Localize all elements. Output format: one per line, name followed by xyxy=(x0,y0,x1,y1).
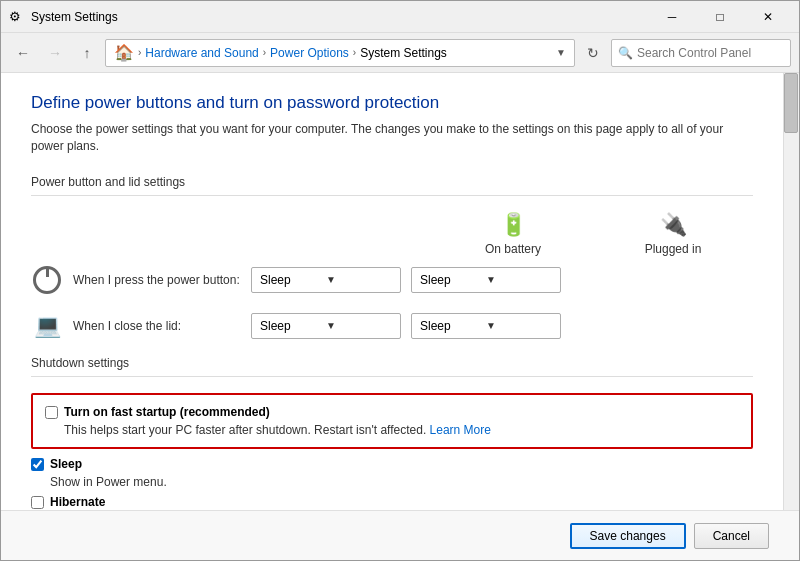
power-button-section-label: Power button and lid settings xyxy=(31,175,753,189)
lid-plugged-value: Sleep xyxy=(420,319,486,333)
search-box: 🔍 xyxy=(611,39,791,67)
breadcrumb: 🏠 › Hardware and Sound › Power Options ›… xyxy=(105,39,575,67)
power-table-header: 🔋 On battery 🔌 Plugged in xyxy=(31,212,753,256)
power-button-plugged-value: Sleep xyxy=(420,273,486,287)
lid-plugged-dropdown[interactable]: Sleep ▼ xyxy=(411,313,561,339)
plugged-in-column-header: 🔌 Plugged in xyxy=(593,212,753,256)
power-button-plugged-dropdown[interactable]: Sleep ▼ xyxy=(411,267,561,293)
on-battery-column-header: 🔋 On battery xyxy=(433,212,593,256)
fast-startup-desc: This helps start your PC faster after sh… xyxy=(64,423,739,437)
title-bar: ⚙ System Settings ─ □ ✕ xyxy=(1,1,799,33)
bottom-bar: Save changes Cancel xyxy=(1,510,799,560)
section-divider-1 xyxy=(31,195,753,196)
up-button[interactable]: ↑ xyxy=(73,39,101,67)
main-window: ⚙ System Settings ─ □ ✕ ← → ↑ 🏠 › Hardwa… xyxy=(0,0,800,561)
battery-icon: 🔋 xyxy=(500,212,527,238)
minimize-button[interactable]: ─ xyxy=(649,2,695,32)
lid-icon: 💻 xyxy=(31,310,63,342)
sleep-desc: Show in Power menu. xyxy=(50,475,753,489)
lid-close-label: When I close the lid: xyxy=(73,319,251,333)
lid-on-battery-arrow: ▼ xyxy=(326,320,392,331)
scrollbar-track[interactable] xyxy=(783,73,799,510)
page-title: Define power buttons and turn on passwor… xyxy=(31,93,753,113)
breadcrumb-logo-icon: 🏠 xyxy=(114,43,134,62)
breadcrumb-sep-3: › xyxy=(353,47,356,58)
fast-startup-row: Turn on fast startup (recommended) xyxy=(45,405,739,419)
save-changes-button[interactable]: Save changes xyxy=(570,523,686,549)
breadcrumb-power[interactable]: Power Options xyxy=(270,46,349,60)
close-button[interactable]: ✕ xyxy=(745,2,791,32)
fast-startup-group: Turn on fast startup (recommended) This … xyxy=(31,393,753,449)
search-input[interactable] xyxy=(637,46,787,60)
sleep-row: Sleep xyxy=(31,457,753,471)
section-divider-2 xyxy=(31,376,753,377)
breadcrumb-sep-1: › xyxy=(138,47,141,58)
breadcrumb-sep-2: › xyxy=(263,47,266,58)
hibernate-group: Hibernate Show in Power menu. xyxy=(31,495,753,510)
power-button-icon xyxy=(31,264,63,296)
power-button-section: Power button and lid settings 🔋 On batte… xyxy=(31,175,753,342)
lid-plugged-arrow: ▼ xyxy=(486,320,552,331)
sleep-checkbox[interactable] xyxy=(31,458,44,471)
power-button-label: When I press the power button: xyxy=(73,273,251,287)
lid-on-battery-value: Sleep xyxy=(260,319,326,333)
breadcrumb-current: System Settings xyxy=(360,46,447,60)
content-area: Define power buttons and turn on passwor… xyxy=(1,73,799,510)
plugged-in-label: Plugged in xyxy=(645,242,702,256)
main-content: Define power buttons and turn on passwor… xyxy=(1,73,783,510)
lid-close-row: 💻 When I close the lid: Sleep ▼ Sleep ▼ xyxy=(31,310,753,342)
title-bar-controls: ─ □ ✕ xyxy=(649,2,791,32)
hibernate-label: Hibernate xyxy=(50,495,105,509)
sleep-label: Sleep xyxy=(50,457,82,471)
scrollbar-thumb[interactable] xyxy=(784,73,798,133)
power-button-on-battery-arrow: ▼ xyxy=(326,274,392,285)
forward-button[interactable]: → xyxy=(41,39,69,67)
power-circle-icon xyxy=(33,266,61,294)
window-icon: ⚙ xyxy=(9,9,25,25)
breadcrumb-hardware[interactable]: Hardware and Sound xyxy=(145,46,258,60)
sleep-group: Sleep Show in Power menu. xyxy=(31,457,753,489)
breadcrumb-dropdown-icon[interactable]: ▼ xyxy=(556,47,566,58)
window-title: System Settings xyxy=(31,10,649,24)
address-bar: ← → ↑ 🏠 › Hardware and Sound › Power Opt… xyxy=(1,33,799,73)
shutdown-section: Shutdown settings Turn on fast startup (… xyxy=(31,356,753,510)
learn-more-link[interactable]: Learn More xyxy=(430,423,491,437)
search-icon: 🔍 xyxy=(618,46,633,60)
plug-icon: 🔌 xyxy=(660,212,687,238)
fast-startup-label: Turn on fast startup (recommended) xyxy=(64,405,270,419)
power-button-on-battery-dropdown[interactable]: Sleep ▼ xyxy=(251,267,401,293)
back-button[interactable]: ← xyxy=(9,39,37,67)
cancel-button[interactable]: Cancel xyxy=(694,523,769,549)
hibernate-checkbox[interactable] xyxy=(31,496,44,509)
power-button-on-battery-value: Sleep xyxy=(260,273,326,287)
fast-startup-checkbox[interactable] xyxy=(45,406,58,419)
page-description: Choose the power settings that you want … xyxy=(31,121,753,155)
refresh-button[interactable]: ↻ xyxy=(579,39,607,67)
power-button-row: When I press the power button: Sleep ▼ S… xyxy=(31,264,753,296)
lid-on-battery-dropdown[interactable]: Sleep ▼ xyxy=(251,313,401,339)
power-button-plugged-arrow: ▼ xyxy=(486,274,552,285)
shutdown-section-label: Shutdown settings xyxy=(31,356,753,370)
on-battery-label: On battery xyxy=(485,242,541,256)
maximize-button[interactable]: □ xyxy=(697,2,743,32)
hibernate-row: Hibernate xyxy=(31,495,753,509)
